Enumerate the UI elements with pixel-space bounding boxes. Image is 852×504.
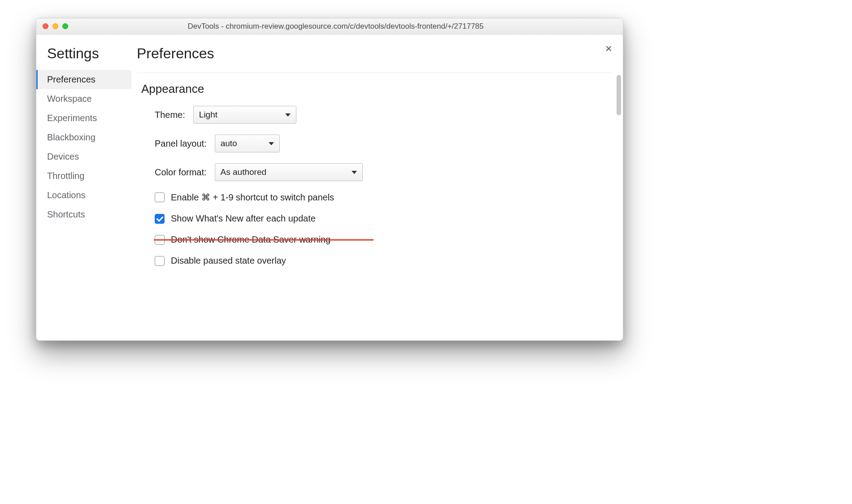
theme-label: Theme: xyxy=(155,110,185,120)
show-whats-new-checkbox[interactable] xyxy=(155,214,165,224)
scrollbar[interactable] xyxy=(617,75,621,115)
color-format-select[interactable]: As authored xyxy=(215,163,363,181)
minimize-window-icon[interactable] xyxy=(52,23,58,29)
sidebar-item-locations[interactable]: Locations xyxy=(36,186,131,205)
chevron-down-icon xyxy=(269,142,274,145)
titlebar: DevTools - chromium-review.googlesource.… xyxy=(36,18,623,35)
traffic-lights xyxy=(43,23,68,29)
strikethrough-annotation xyxy=(154,239,374,240)
settings-sidebar: Settings Preferences Workspace Experimen… xyxy=(36,35,131,340)
sidebar-item-devices[interactable]: Devices xyxy=(36,147,131,166)
sidebar-item-experiments[interactable]: Experiments xyxy=(36,109,131,128)
settings-heading: Settings xyxy=(36,45,131,70)
panel-layout-select[interactable]: auto xyxy=(215,135,280,152)
theme-value: Light xyxy=(199,110,217,120)
section-appearance: Appearance xyxy=(137,82,612,96)
enable-shortcut-checkbox[interactable] xyxy=(155,192,165,202)
chevron-down-icon xyxy=(285,113,291,117)
panel-layout-value: auto xyxy=(221,139,237,148)
show-whats-new-label: Show What's New after each update xyxy=(171,213,316,224)
disable-paused-overlay-label: Disable paused state overlay xyxy=(171,256,286,266)
client-area: × Settings Preferences Workspace Experim… xyxy=(36,35,623,340)
zoom-window-icon[interactable] xyxy=(62,23,68,29)
sidebar-item-shortcuts[interactable]: Shortcuts xyxy=(36,205,131,224)
window-title: DevTools - chromium-review.googlesource.… xyxy=(73,22,617,31)
enable-shortcut-label: Enable ⌘ + 1-9 shortcut to switch panels xyxy=(171,192,334,203)
sidebar-item-blackboxing[interactable]: Blackboxing xyxy=(36,128,131,147)
sidebar-item-workspace[interactable]: Workspace xyxy=(36,89,131,109)
window: DevTools - chromium-review.googlesource.… xyxy=(36,18,623,341)
close-icon[interactable]: × xyxy=(605,43,612,54)
color-format-label: Color format: xyxy=(155,167,207,178)
page-title: Preferences xyxy=(137,45,612,62)
panel-layout-label: Panel layout: xyxy=(155,139,207,149)
sidebar-item-throttling[interactable]: Throttling xyxy=(36,166,131,186)
theme-select[interactable]: Light xyxy=(193,106,296,124)
color-format-value: As authored xyxy=(221,167,266,177)
chevron-down-icon xyxy=(352,171,357,174)
sidebar-item-preferences[interactable]: Preferences xyxy=(36,70,131,89)
close-window-icon[interactable] xyxy=(43,23,48,29)
disable-paused-overlay-checkbox[interactable] xyxy=(155,256,165,266)
main-panel: Preferences Appearance Theme: Light Pane… xyxy=(131,35,623,340)
